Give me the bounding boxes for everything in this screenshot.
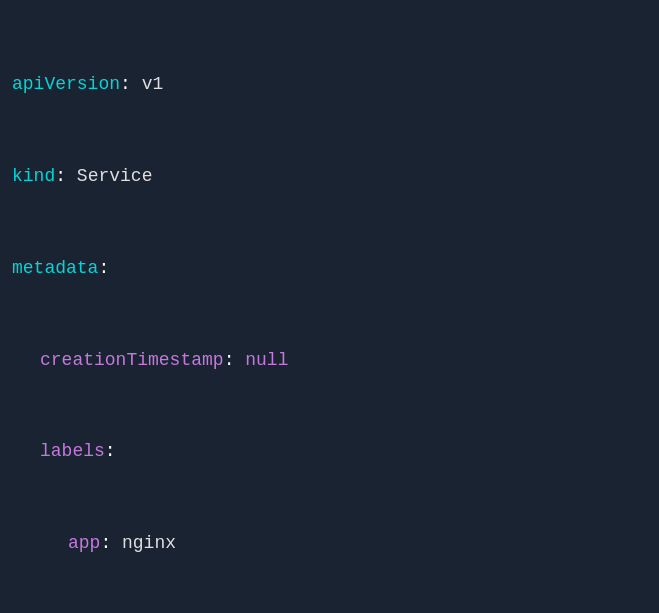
key-labels: labels xyxy=(40,441,105,461)
val-creationTimestamp: null xyxy=(245,350,288,370)
key-kind: kind xyxy=(12,166,55,186)
line-kind: kind: Service xyxy=(12,161,647,192)
line-creationTimestamp: creationTimestamp: null xyxy=(12,345,647,376)
line-metadata: metadata: xyxy=(12,253,647,284)
key-creationTimestamp: creationTimestamp xyxy=(40,350,224,370)
val-app1: nginx xyxy=(122,533,176,553)
line-apiVersion: apiVersion: v1 xyxy=(12,69,647,100)
code-editor: apiVersion: v1 kind: Service metadata: c… xyxy=(12,8,647,613)
key-metadata: metadata xyxy=(12,258,98,278)
key-app1: app xyxy=(68,533,100,553)
val-apiVersion: v1 xyxy=(142,74,164,94)
line-app1: app: nginx xyxy=(12,528,647,559)
val-kind: Service xyxy=(77,166,153,186)
line-labels: labels: xyxy=(12,436,647,467)
key-apiVersion: apiVersion xyxy=(12,74,120,94)
